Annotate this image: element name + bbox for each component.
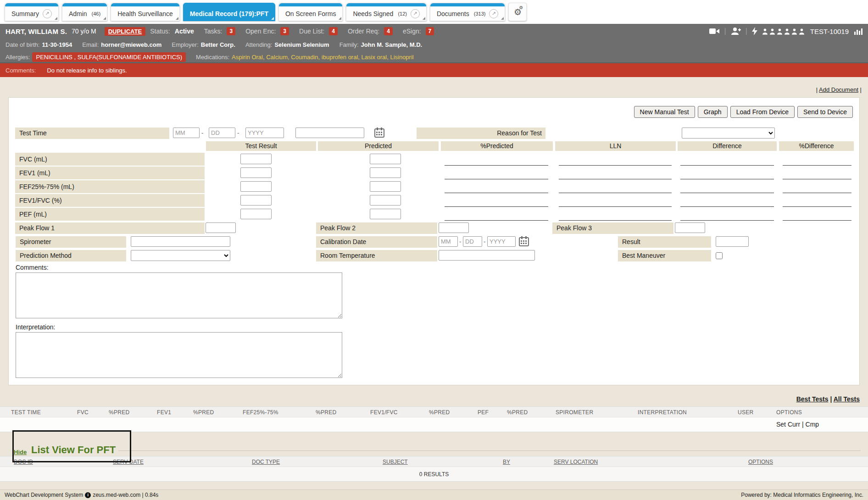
test-time-dd-input[interactable] — [209, 128, 235, 138]
test-time-yyyy-input[interactable] — [245, 128, 284, 138]
col-pct-pred-1: %PRED — [109, 409, 130, 416]
external-link-icon[interactable]: ↗ — [43, 9, 52, 18]
calibration-yyyy-input[interactable] — [487, 236, 516, 247]
open-enc-label: Open Enc: — [245, 28, 276, 35]
fef-pct-predicted-line — [445, 193, 548, 193]
tab-medical-record[interactable]: Medical Record (179):PFT — [183, 3, 275, 21]
col-pef: PEF — [478, 409, 489, 416]
reason-for-test-select[interactable] — [682, 128, 775, 139]
col-by[interactable]: BY — [503, 459, 510, 465]
tab-needs-signed[interactable]: Needs Signed (12) ↗ — [346, 3, 427, 21]
video-camera-icon[interactable] — [709, 28, 719, 35]
fef-predicted-input[interactable] — [370, 181, 401, 192]
calibration-mm-input[interactable] — [439, 236, 458, 247]
add-document-link[interactable]: Add Document — [819, 86, 858, 93]
col-doc-type[interactable]: DOC TYPE — [252, 459, 280, 465]
pef-pct-difference-line — [783, 220, 851, 221]
tab-documents-count: (313) — [474, 11, 486, 17]
tab-summary[interactable]: Summary ↗ — [5, 3, 59, 21]
room-temperature-label: Room Temperature — [316, 250, 437, 261]
fev1-fvc-predicted-input[interactable] — [370, 195, 401, 206]
fev1-fvc-test-result-input[interactable] — [240, 195, 272, 206]
fvc-test-result-input[interactable] — [240, 154, 272, 164]
fev1-test-result-input[interactable] — [240, 167, 272, 178]
calendar-icon[interactable] — [519, 236, 529, 246]
tab-admin-count: (46) — [92, 11, 101, 17]
test-time-mm-input[interactable] — [173, 128, 200, 138]
col-doc-options[interactable]: OPTIONS — [748, 459, 773, 465]
tab-health-surveillance-label: Health Surveillance — [117, 10, 173, 17]
peak-flow-2-input[interactable] — [439, 222, 469, 233]
col-pct-difference: %Difference — [779, 141, 854, 151]
tab-admin[interactable]: Admin (46) — [62, 3, 107, 21]
settings-gear-icon[interactable]: ⚙⚙ — [508, 3, 527, 21]
patient-group-icons[interactable] — [762, 28, 805, 35]
col-lln: LLN — [555, 141, 676, 151]
calendar-icon[interactable] — [374, 128, 384, 138]
fef-lln-line — [559, 193, 672, 193]
col-pct-pred-5: %PRED — [507, 409, 528, 416]
interpretation-textarea[interactable] — [16, 332, 342, 378]
prediction-method-select[interactable] — [131, 250, 230, 261]
peak-flow-3-input[interactable] — [675, 222, 705, 233]
test-time-time-input[interactable] — [295, 128, 364, 138]
external-link-icon[interactable]: ↗ — [489, 9, 498, 18]
row-label-fvc: FVC (mL) — [15, 153, 205, 166]
family-label: Family: — [339, 41, 359, 48]
new-manual-test-button[interactable]: New Manual Test — [634, 106, 695, 118]
best-tests-link[interactable]: Best Tests — [796, 395, 829, 403]
col-serv-location[interactable]: SERV LOCATION — [554, 459, 598, 465]
col-test-time: TEST TIME — [11, 409, 41, 416]
external-link-icon[interactable]: ↗ — [411, 9, 420, 18]
comments-banner-label: Comments: — [6, 67, 36, 74]
send-to-device-button[interactable]: Send to Device — [797, 106, 853, 118]
tab-on-screen-forms[interactable]: On Screen Forms — [278, 3, 343, 21]
pef-predicted-input[interactable] — [370, 209, 401, 219]
pef-pct-predicted-line — [445, 220, 548, 221]
order-req-badge[interactable]: 4 — [384, 27, 393, 35]
due-list-badge[interactable]: 4 — [329, 27, 338, 35]
graph-button[interactable]: Graph — [698, 106, 728, 118]
fev1-pct-difference-line — [783, 179, 851, 179]
pef-test-result-input[interactable] — [240, 209, 272, 219]
duplicate-flag[interactable]: DUPLICATE — [105, 27, 145, 36]
chart-id: TEST-10019 — [810, 28, 849, 35]
peak-flow-2-label: Peak Flow 2 — [316, 222, 437, 234]
tab-documents[interactable]: Documents (313) ↗ — [430, 3, 506, 21]
fvc-predicted-input[interactable] — [370, 154, 401, 164]
col-difference: Difference — [678, 141, 777, 151]
lightning-icon[interactable] — [752, 27, 757, 35]
add-document-row: | Add Document | — [816, 86, 862, 93]
footer: WebChart Development System i zeus.med-w… — [0, 489, 868, 500]
room-temperature-input[interactable] — [439, 250, 535, 261]
fev1-lln-line — [559, 179, 672, 179]
load-from-device-button[interactable]: Load From Device — [730, 106, 795, 118]
open-enc-badge[interactable]: 3 — [280, 27, 289, 35]
peak-flow-1-label: Peak Flow 1 — [15, 222, 205, 234]
annotation-box — [12, 430, 131, 462]
info-icon[interactable]: i — [85, 492, 91, 498]
spirometer-input[interactable] — [131, 236, 230, 247]
fef-test-result-input[interactable] — [240, 181, 272, 192]
calibration-dd-input[interactable] — [463, 236, 482, 247]
tasks-badge[interactable]: 3 — [227, 27, 235, 35]
interpretation-label: Interpretation: — [16, 323, 55, 331]
comments-textarea[interactable] — [16, 272, 342, 318]
tab-health-surveillance[interactable]: Health Surveillance — [111, 3, 180, 21]
footer-powered-by: Powered by: Medical Informatics Engineer… — [741, 492, 863, 498]
set-curr-link[interactable]: Set Curr — [776, 421, 800, 428]
all-tests-link[interactable]: All Tests — [834, 395, 860, 403]
fev1-predicted-input[interactable] — [370, 167, 401, 178]
esign-badge[interactable]: 7 — [426, 27, 434, 35]
best-maneuver-checkbox[interactable] — [716, 252, 723, 259]
result-input[interactable] — [716, 236, 749, 247]
add-user-icon[interactable] — [731, 27, 741, 35]
col-pct-predicted: %Predicted — [441, 141, 553, 151]
comments-banner: Comments: Do not release info to sibling… — [0, 63, 868, 77]
cmp-link[interactable]: Cmp — [806, 421, 819, 428]
medications-label: Medications: — [196, 54, 229, 61]
bar-chart-icon[interactable] — [854, 28, 862, 35]
col-subject[interactable]: SUBJECT — [383, 459, 408, 465]
tab-summary-label: Summary — [11, 10, 39, 17]
peak-flow-1-input[interactable] — [206, 222, 236, 233]
